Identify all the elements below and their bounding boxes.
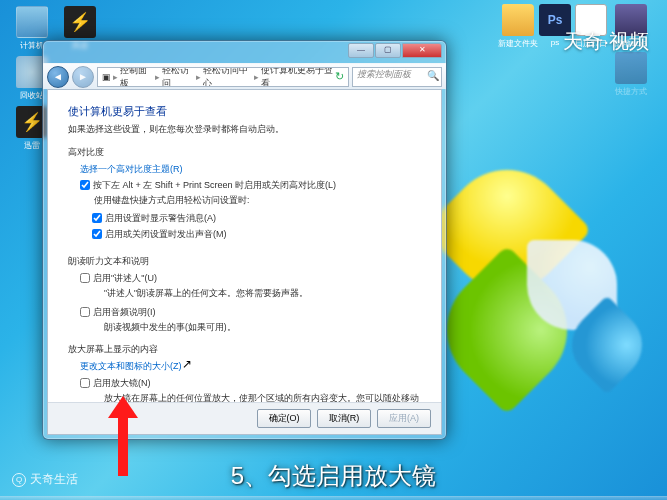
forward-button[interactable]: ►	[72, 66, 94, 88]
checkbox-printscreen[interactable]	[80, 180, 90, 190]
checkbox-audio-desc[interactable]	[80, 307, 90, 317]
checkbox-sound[interactable]	[92, 229, 102, 239]
titlebar: — ▢ ✕	[43, 41, 446, 63]
cancel-button[interactable]: 取消(R)	[317, 409, 371, 428]
back-button[interactable]: ◄	[47, 66, 69, 88]
cursor-icon	[182, 360, 192, 374]
desktop-icon-shortcut[interactable]: 快捷方式	[607, 52, 655, 97]
checkbox-magnifier[interactable]	[80, 378, 90, 388]
watermark-top-right: 天奇·视频	[563, 28, 649, 55]
instruction-arrow	[108, 396, 138, 476]
control-panel-window: — ▢ ✕ ◄ ► ▣ ▸控制面板 ▸轻松访问 ▸轻松访问中心 ▸使计算机更易于…	[42, 40, 447, 440]
ok-button[interactable]: 确定(O)	[257, 409, 311, 428]
section-magnify: 放大屏幕上显示的内容	[68, 343, 421, 356]
breadcrumb[interactable]: ▣ ▸控制面板 ▸轻松访问 ▸轻松访问中心 ▸使计算机更易于查看 ↻	[97, 67, 349, 87]
search-input[interactable]: 搜索控制面板	[352, 67, 442, 87]
button-bar: 确定(O) 取消(R) 应用(A)	[48, 402, 441, 434]
section-narrator: 朗读听力文本和说明	[68, 255, 421, 268]
scroll-area[interactable]: 使计算机更易于查看 如果选择这些设置，则在您每次登录时都将自动启动。 高对比度 …	[48, 90, 441, 402]
navbar: ◄ ► ▣ ▸控制面板 ▸轻松访问 ▸轻松访问中心 ▸使计算机更易于查看 ↻ 搜…	[43, 63, 446, 89]
maximize-button[interactable]: ▢	[375, 43, 401, 58]
apply-button[interactable]: 应用(A)	[377, 409, 431, 428]
link-textsize[interactable]: 更改文本和图标的大小(Z)	[80, 360, 182, 373]
page-subtitle: 如果选择这些设置，则在您每次登录时都将自动启动。	[68, 123, 421, 136]
instruction-caption: 5、勾选启用放大镜	[231, 460, 436, 492]
link-theme[interactable]: 选择一个高对比度主题(R)	[80, 163, 183, 176]
checkbox-narrator[interactable]	[80, 273, 90, 283]
refresh-icon[interactable]: ↻	[335, 70, 344, 83]
folder-icon: ▣	[102, 72, 111, 82]
taskbar[interactable]	[0, 496, 667, 500]
watermark-bottom-left: Q天奇生活	[12, 471, 78, 488]
checkbox-warn[interactable]	[92, 213, 102, 223]
content-pane: 使计算机更易于查看 如果选择这些设置，则在您每次登录时都将自动启动。 高对比度 …	[47, 89, 442, 435]
page-title: 使计算机更易于查看	[68, 104, 421, 119]
close-button[interactable]: ✕	[402, 43, 442, 58]
section-contrast: 高对比度	[68, 146, 421, 159]
minimize-button[interactable]: —	[348, 43, 374, 58]
